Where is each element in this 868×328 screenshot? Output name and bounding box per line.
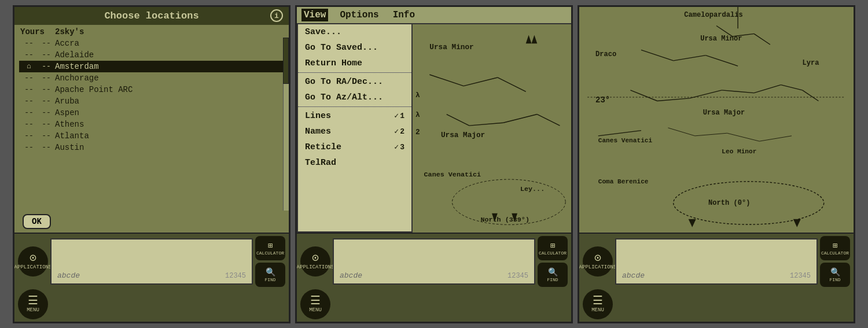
svg-line-3 <box>464 77 498 86</box>
menu-options[interactable]: Options <box>337 9 381 21</box>
location-item-austin[interactable]: ----Austin <box>20 142 283 153</box>
svg-line-52 <box>759 135 792 141</box>
star-map-preview[interactable]: Ursa Minor Ursa Major Canes Venatici Ley… <box>413 24 571 233</box>
svg-text:λ: λ <box>415 91 420 99</box>
graffiti-area-2[interactable]: abcde 12345 <box>333 238 535 285</box>
yours-col: -- <box>20 39 38 47</box>
calculator-button-2[interactable]: ⊞ CALCULATOR <box>538 236 568 260</box>
scrollbar-thumb[interactable] <box>283 38 289 84</box>
find-button-2[interactable]: 🔍 FIND <box>538 263 568 287</box>
constellation-svg-3: Camelopardalis Ursa Minor Draco Lyra 23°… <box>579 7 854 233</box>
location-name: Adelaide <box>55 50 283 60</box>
svg-marker-17 <box>532 35 538 43</box>
graffiti-text-2: abcde <box>340 271 362 280</box>
menu-button[interactable]: ☰ MENU <box>18 289 48 319</box>
info-icon[interactable]: i <box>270 9 283 22</box>
menu-icon-2: ☰ <box>310 296 321 307</box>
svg-line-8 <box>537 114 560 126</box>
menu-telrad[interactable]: TelRad <box>298 155 411 171</box>
location-item-adelaide[interactable]: ----Adelaide <box>20 49 283 61</box>
location-item-apache-point-arc[interactable]: ----Apache Point ARC <box>20 84 283 95</box>
ok-button[interactable]: OK <box>23 214 51 229</box>
menu-view[interactable]: View <box>301 9 328 21</box>
calculator-button[interactable]: ⊞ CALCULATOR <box>255 236 285 260</box>
applications-button-3[interactable]: ⊙ APPLICATIONS <box>583 246 613 277</box>
find-button[interactable]: 🔍 FIND <box>255 263 285 287</box>
svg-line-2 <box>429 75 464 86</box>
panel-menu: View Options Info Save... Go To Saved...… <box>295 5 573 323</box>
bottom-main-row-1: ⊙ APPLICATIONS abcde 12345 ⊞ CALCULATOR … <box>14 234 289 289</box>
find-label-3: FIND <box>829 277 840 282</box>
svg-line-4 <box>498 77 526 91</box>
reticle-label: Reticle <box>305 142 341 152</box>
menu-info[interactable]: Info <box>391 9 417 21</box>
yours-col: -- <box>20 143 38 152</box>
location-item-accra[interactable]: ----Accra <box>20 38 283 49</box>
svg-line-27 <box>641 50 674 61</box>
menu-button-2[interactable]: ☰ MENU <box>300 289 330 319</box>
location-item-atlanta[interactable]: ----Atlanta <box>20 130 283 142</box>
menu-save[interactable]: Save... <box>298 24 411 40</box>
col-2sky-label: 2sky's <box>55 27 95 36</box>
svg-line-51 <box>727 133 760 141</box>
svg-line-6 <box>469 123 503 126</box>
graffiti-area-3[interactable]: abcde 12345 <box>615 238 818 285</box>
graffiti-text: abcde <box>57 271 80 280</box>
menu-lines[interactable]: Lines ✓1 <box>298 108 411 124</box>
applications-label: APPLICATIONS <box>14 264 52 270</box>
yours-col: -- <box>20 85 38 94</box>
menu-reticle[interactable]: Reticle ✓3 <box>298 139 411 155</box>
location-item-anchorage[interactable]: ----Anchorage <box>20 72 283 84</box>
applications-button-2[interactable]: ⊙ APPLICATIONS <box>300 246 330 277</box>
yours-col: -- <box>20 73 38 82</box>
menu-button-3[interactable]: ☰ MENU <box>583 289 613 319</box>
full-star-map[interactable]: Camelopardalis Ursa Minor Draco Lyra 23°… <box>579 7 854 233</box>
sky-col: -- <box>38 143 55 152</box>
menu-go-to-ra-dec[interactable]: Go To RA/Dec... <box>298 74 411 90</box>
sky-col: -- <box>38 108 55 117</box>
applications-button[interactable]: ⊙ APPLICATIONS <box>18 246 48 277</box>
svg-text:Canes Venatici: Canes Venatici <box>598 137 653 144</box>
svg-line-34 <box>630 90 657 101</box>
find-label: FIND <box>264 277 275 282</box>
calculator-button-3[interactable]: ⊞ CALCULATOR <box>820 236 850 260</box>
svg-line-37 <box>722 90 754 93</box>
view-dropdown: Save... Go To Saved... Return Home Go To… <box>297 24 413 233</box>
svg-text:2: 2 <box>415 127 420 136</box>
location-item-aruba[interactable]: ----Aruba <box>20 95 283 107</box>
location-name: Athens <box>55 120 283 129</box>
location-item-athens[interactable]: ----Athens <box>20 119 283 130</box>
lines-check: ✓1 <box>394 111 404 120</box>
bottom-bar-2: ⊙ APPLICATIONS abcde 12345 ⊞ CALCULATOR … <box>297 233 571 322</box>
graffiti-area[interactable]: abcde 12345 <box>50 238 253 285</box>
find-button-3[interactable]: 🔍 FIND <box>820 263 850 287</box>
svg-text:Lyra: Lyra <box>803 59 819 67</box>
location-item-amsterdam[interactable]: ⌂--Amsterdam <box>19 61 284 72</box>
location-name: Accra <box>55 39 283 48</box>
bottom-sub-row-2: ☰ MENU <box>297 289 571 322</box>
calculator-icon-2: ⊞ <box>550 241 555 250</box>
num-text: 12345 <box>225 272 246 280</box>
find-icon-3: 🔍 <box>830 267 840 277</box>
panel1-title: Choose locations <box>104 10 198 21</box>
applications-label-3: APPLICATIONS <box>579 264 617 270</box>
svg-line-35 <box>657 98 690 101</box>
svg-line-50 <box>695 133 727 136</box>
location-item-aspen[interactable]: ----Aspen <box>20 107 283 119</box>
menu-label-2: MENU <box>309 307 322 313</box>
bottom-sub-row-1: ☰ MENU <box>14 289 289 322</box>
location-name: Aspen <box>55 108 283 117</box>
num-text-2: 12345 <box>507 272 528 280</box>
panel1-header: Choose locations i <box>14 7 289 25</box>
menu-icon: ☰ <box>28 296 38 307</box>
menu-label-3: MENU <box>591 307 604 313</box>
scrollbar-track[interactable] <box>283 38 289 211</box>
svg-line-40 <box>803 90 819 101</box>
yours-col: ⌂ <box>20 62 38 71</box>
menu-names[interactable]: Names ✓2 <box>298 124 411 139</box>
names-check: ✓2 <box>394 127 404 136</box>
menu-return-home[interactable]: Return Home <box>298 56 411 71</box>
menu-go-to-saved[interactable]: Go To Saved... <box>298 40 411 56</box>
menu-go-to-az-alt[interactable]: Go To Az/Alt... <box>298 90 411 105</box>
find-icon-2: 🔍 <box>548 267 558 277</box>
